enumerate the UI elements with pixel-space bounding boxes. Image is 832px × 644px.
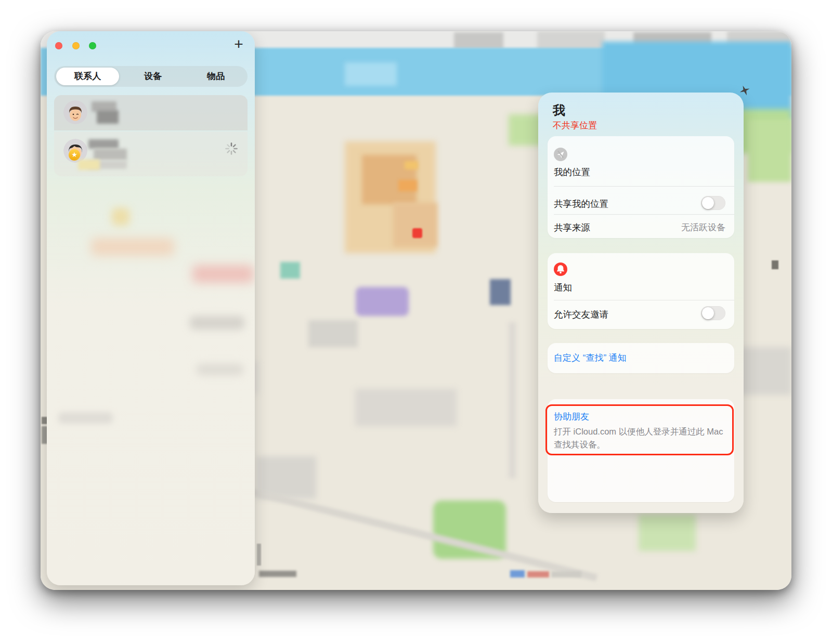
friend-invites-toggle[interactable] (701, 306, 725, 320)
map-marker-red (412, 228, 422, 238)
man-memoji-avatar (63, 100, 87, 124)
map-blob (748, 120, 791, 182)
star-badge-icon: ★ (69, 149, 80, 161)
map-blob (398, 180, 417, 191)
map-blob (345, 62, 397, 86)
map-attribution (257, 544, 261, 566)
help-friend-card: 协助朋友 打开 iCloud.com 以便他人登录并通过此 Mac 查找其设备。 (548, 399, 734, 502)
divider (554, 300, 734, 300)
sidebar-map-blob (58, 412, 113, 424)
toggle-knob (702, 307, 714, 319)
map-blob (308, 320, 358, 347)
friend-invites-label: 允许交友邀请 (554, 308, 608, 321)
map-label-blob (510, 570, 525, 577)
divider (554, 214, 734, 215)
share-source-value: 无活跃设备 (681, 221, 725, 233)
map-label-blob (527, 571, 549, 577)
redacted-name (78, 160, 100, 170)
sharing-status: 不共享位置 (553, 120, 597, 132)
sidebar-map-blob (197, 364, 243, 375)
redacted-name (97, 110, 119, 124)
map-label-blob (772, 260, 778, 269)
map-label-blob (551, 571, 581, 577)
share-source-label: 共享来源 (554, 221, 590, 234)
zoom-window-button[interactable] (89, 42, 96, 49)
sidebar-map-blob (190, 316, 244, 330)
map-blob (537, 31, 605, 50)
me-panel: 我 不共享位置 我的位置 共享我的位置 共享来源 无活跃设备 (538, 93, 744, 513)
map-road (509, 322, 516, 478)
map-blob (356, 287, 409, 316)
my-location-row[interactable]: 我的位置 (554, 166, 590, 178)
bell-icon (554, 262, 567, 276)
map-blob (454, 32, 503, 49)
sidebar: + 联系人 设备 物品 (47, 31, 255, 585)
map-blob (490, 279, 511, 305)
sidebar-map-blob (91, 238, 174, 256)
map-attribution (259, 571, 296, 577)
close-window-button[interactable] (55, 42, 62, 49)
contacts-list: ★ (54, 95, 248, 176)
divider (554, 186, 734, 187)
minimize-window-button[interactable] (72, 42, 80, 49)
segmented-tabs: 联系人 设备 物品 (54, 66, 248, 87)
location-disabled-icon (554, 148, 567, 161)
notifications-title: 通知 (554, 281, 572, 294)
tab-devices[interactable]: 设备 (121, 66, 184, 87)
redacted-name (94, 149, 127, 160)
help-friend-description: 打开 iCloud.com 以便他人登录并通过此 Mac 查找其设备。 (554, 425, 726, 451)
findmy-window: + 联系人 设备 物品 (41, 31, 791, 590)
help-friend-link[interactable]: 协助朋友 (554, 411, 589, 423)
map-blob (393, 203, 437, 247)
location-card: 我的位置 共享我的位置 共享来源 无活跃设备 (548, 136, 734, 238)
loading-spinner-icon (224, 141, 239, 156)
redacted-name (88, 139, 119, 149)
share-location-label: 共享我的位置 (554, 198, 608, 210)
map-blob (405, 161, 418, 169)
map-blob (355, 389, 457, 426)
contact-row[interactable] (54, 95, 248, 130)
map-blob (639, 515, 696, 551)
customize-notifications-card: 自定义 “查找” 通知 (548, 343, 734, 373)
sidebar-map-blob (112, 208, 129, 226)
sidebar-map-blob (192, 265, 254, 283)
tab-items[interactable]: 物品 (185, 66, 248, 87)
notifications-card: 通知 允许交友邀请 (548, 253, 734, 329)
toggle-knob (702, 197, 714, 209)
tab-contacts[interactable]: 联系人 (56, 68, 119, 85)
customize-notifications-link[interactable]: 自定义 “查找” 通知 (554, 352, 627, 364)
panel-title: 我 (553, 102, 565, 119)
share-location-toggle[interactable] (701, 196, 725, 210)
map-blob (280, 262, 300, 279)
contact-row[interactable]: ★ (54, 132, 248, 176)
add-button[interactable]: + (232, 37, 245, 51)
